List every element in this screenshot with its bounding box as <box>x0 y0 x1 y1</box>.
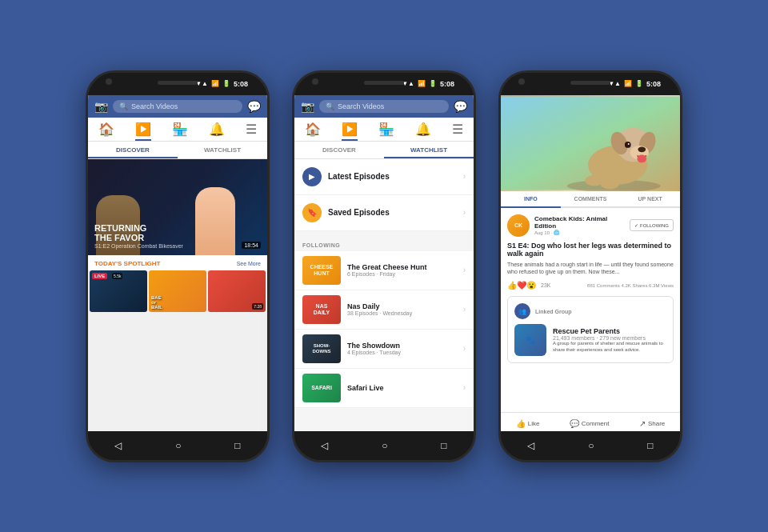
icon-nav-row-2: 🏠 ▶️ 🏪 🔔 ☰ <box>294 118 474 142</box>
nav-video[interactable]: ▶️ <box>135 122 151 137</box>
camera-icon[interactable]: 📷 <box>94 100 108 113</box>
camera-icon-2[interactable]: 📷 <box>301 100 314 113</box>
spotlight-item-2[interactable]: BAEorBAIL <box>149 270 206 312</box>
home-btn-3[interactable]: ○ <box>588 440 594 451</box>
tab-info[interactable]: INFO <box>501 191 561 206</box>
chevron-saved: › <box>463 208 466 217</box>
nav-video-2[interactable]: ▶️ <box>342 122 358 137</box>
back-btn-2[interactable]: ◁ <box>321 440 328 451</box>
recent-btn-1[interactable]: □ <box>234 440 240 451</box>
safari-thumb: SAFARI <box>302 374 341 402</box>
following-button[interactable]: ✓ FOLLOWING <box>630 219 674 231</box>
show-header-info: Comeback Kids: Animal Edition Aug 10 · 🌐 <box>534 215 625 235</box>
home-btn-1[interactable]: ○ <box>175 440 181 451</box>
cheese-info: The Great Cheese Hunt 6 Episodes · Frida… <box>347 263 457 277</box>
group-name: Rescue Pet Parents <box>553 327 666 335</box>
spotlight-title: TODAY'S SPOTLIGHT <box>94 260 160 267</box>
back-btn-3[interactable]: ◁ <box>527 440 534 451</box>
search-bar-1[interactable]: 🔍 Search Videos <box>113 100 242 113</box>
messenger-icon-2[interactable]: 💬 <box>454 100 467 113</box>
search-bar-2[interactable]: 🔍 Search Videos <box>319 100 449 113</box>
showdown-name: The Showdown <box>347 342 457 350</box>
linked-group-label: Linked Group <box>535 309 572 314</box>
reaction-icons: 👍❤️😮 <box>507 281 536 290</box>
svg-point-12 <box>601 178 619 189</box>
nav-home[interactable]: 🏠 <box>98 122 114 137</box>
status-time-3: 5:08 <box>646 80 661 88</box>
show-row-showdown[interactable]: SHOW-DOWNS The Showdown 4 Episodes · Tue… <box>294 330 474 369</box>
episode-title: S1 E4: Dog who lost her legs was determi… <box>507 242 674 258</box>
show-row-cheese[interactable]: CHEESEHUNT The Great Cheese Hunt 6 Episo… <box>294 251 474 290</box>
quick-access-section: ▶ Latest Episodes › 🔖 Saved Episodes › <box>294 159 474 231</box>
nav-store[interactable]: 🏪 <box>172 122 188 137</box>
comment-button[interactable]: 💬 Comment <box>570 419 610 428</box>
episode-description: These animals had a rough start in life … <box>507 261 674 277</box>
show-header-row: CK Comeback Kids: Animal Edition Aug 10 … <box>507 214 674 237</box>
duration-badge: 7:28 <box>252 303 263 310</box>
back-btn-1[interactable]: ◁ <box>114 440 122 451</box>
safari-name: Safari Live <box>347 384 457 392</box>
saved-episodes-row[interactable]: 🔖 Saved Episodes › <box>294 195 474 231</box>
home-bar-2: ◁ ○ □ <box>294 431 474 460</box>
live-count: 5.5k <box>112 273 122 279</box>
tab-up-next[interactable]: UP NEXT <box>620 191 680 206</box>
speaker-3 <box>570 81 610 85</box>
group-avatar: 🐾 <box>514 324 546 356</box>
tab-watchlist-2[interactable]: WATCHLIST <box>384 142 474 158</box>
nas-name: Nas Daily <box>347 302 457 310</box>
search-placeholder-2: Search Videos <box>338 102 384 110</box>
watchlist-content: ▶ Latest Episodes › 🔖 Saved Episodes › F… <box>294 159 474 431</box>
share-button[interactable]: ↗ Share <box>639 419 665 428</box>
showdown-thumb: SHOW-DOWNS <box>302 334 341 363</box>
tab-discover[interactable]: DISCOVER <box>88 142 178 158</box>
reactions-row: 👍❤️😮 23K 881 Comments 4.2K Shares 6.3M V… <box>507 281 674 290</box>
spotlight-item-1[interactable]: LIVE 5.5k <box>90 270 147 312</box>
chevron-safari: › <box>463 383 466 392</box>
spotlight-grid: LIVE 5.5k BAEorBAIL 7:28 <box>88 270 267 312</box>
like-button[interactable]: 👍 Like <box>516 419 540 428</box>
facebook-nav-2: 📷 🔍 Search Videos 💬 <box>294 95 474 118</box>
chevron-nas: › <box>463 305 466 314</box>
nav-menu-2[interactable]: ☰ <box>452 122 463 137</box>
show-row-safari[interactable]: SAFARI Safari Live › <box>294 369 474 408</box>
nav-bell[interactable]: 🔔 <box>209 122 225 137</box>
icon-nav-row-1: 🏠 ▶️ 🏪 🔔 ☰ <box>88 118 267 142</box>
safari-info: Safari Live <box>347 384 457 392</box>
tab-discover-2[interactable]: DISCOVER <box>294 142 384 158</box>
nav-home-2[interactable]: 🏠 <box>305 122 321 137</box>
spotlight-header: TODAY'S SPOTLIGHT See More <box>88 255 267 270</box>
recent-btn-2[interactable]: □ <box>441 440 446 451</box>
showdown-info: The Showdown 4 Episodes · Tuesday <box>347 342 457 355</box>
nav-store-2[interactable]: 🏪 <box>378 122 394 137</box>
group-info-row[interactable]: 🐾 Rescue Pet Parents 21,493 members · 27… <box>514 324 666 356</box>
phone-2: ▼▲ 📶 🔋 5:08 📷 🔍 Search Videos 💬 🏠 ▶️ 🏪 🔔… <box>292 70 476 462</box>
share-label: Share <box>648 420 665 427</box>
nav-menu[interactable]: ☰ <box>246 122 257 137</box>
hero-video[interactable]: RETURNINGTHE FAVOR S1:E2 Operation Comba… <box>88 159 267 255</box>
tab-comments[interactable]: COMMENTS <box>561 191 621 206</box>
dog-hero-image <box>501 95 680 191</box>
camera-notch-2 <box>312 78 318 85</box>
latest-episodes-row[interactable]: ▶ Latest Episodes › <box>294 159 474 195</box>
tab-watchlist[interactable]: WATCHLIST <box>178 142 267 158</box>
phone-1: ▼▲ 📶 🔋 5:08 📷 🔍 Search Videos 💬 🏠 ▶️ 🏪 🔔… <box>86 70 270 462</box>
see-more-link[interactable]: See More <box>237 261 261 266</box>
recent-btn-3[interactable]: □ <box>647 440 653 451</box>
messenger-icon[interactable]: 💬 <box>247 100 261 113</box>
show-date: Aug 10 · 🌐 <box>534 230 625 235</box>
nav-bell-2[interactable]: 🔔 <box>415 122 431 137</box>
like-label: Like <box>528 420 540 427</box>
hero-info: RETURNINGTHE FAVOR S1:E2 Operation Comba… <box>94 223 183 248</box>
status-time: 5:08 <box>234 80 248 88</box>
comment-icon: 💬 <box>570 419 579 428</box>
home-bar-1: ◁ ○ □ <box>88 431 267 460</box>
chevron-showdown: › <box>463 344 466 353</box>
show-row-nas[interactable]: NASDAILY Nas Daily 38 Episodes · Wednesd… <box>294 290 474 330</box>
phone-2-screen: 📷 🔍 Search Videos 💬 🏠 ▶️ 🏪 🔔 ☰ DISCOVER … <box>294 95 474 431</box>
home-btn-2[interactable]: ○ <box>382 440 387 451</box>
bookmark-icon-circle: 🔖 <box>302 203 322 222</box>
phone-3: ▼▲ 📶 🔋 5:08 <box>498 70 682 462</box>
reaction-count: 23K <box>541 282 550 288</box>
spotlight-item-3[interactable]: 7:28 <box>208 270 266 312</box>
cheese-meta: 6 Episodes · Friday <box>347 271 457 277</box>
